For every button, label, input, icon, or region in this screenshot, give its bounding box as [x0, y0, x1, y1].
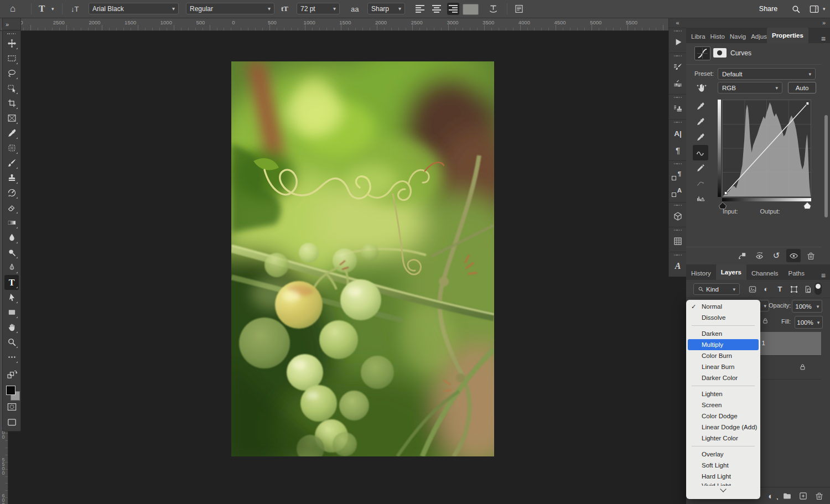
draw-curve-pencil-icon[interactable]	[693, 160, 708, 176]
clip-to-layer-icon[interactable]	[735, 249, 749, 262]
tab-properties[interactable]: Properties	[767, 28, 808, 43]
dock-grip[interactable]	[674, 230, 682, 231]
frame-tool[interactable]	[4, 111, 19, 126]
paragraph-styles-panel[interactable]: ¶	[669, 167, 687, 183]
tab-channels[interactable]: Channels	[746, 267, 784, 280]
align-left-button[interactable]	[413, 3, 427, 15]
tab-layers[interactable]: Layers	[716, 264, 746, 280]
dodge-tool[interactable]	[4, 245, 19, 260]
align-right-button[interactable]	[446, 3, 460, 15]
text-orientation-icon[interactable]: ↓T	[71, 0, 79, 18]
font-family-select[interactable]: Arial Black▾	[89, 3, 179, 14]
gray-point-eyedropper[interactable]	[693, 114, 708, 129]
tab-libra[interactable]: Libra	[686, 30, 706, 43]
hand-tool[interactable]	[4, 320, 19, 335]
targeted-adjustment-icon[interactable]	[696, 82, 707, 93]
actions-panel[interactable]	[669, 34, 687, 50]
layers-panel-menu-icon[interactable]: ≡	[821, 271, 830, 280]
paragraph-panel[interactable]: ¶	[669, 142, 687, 158]
opacity-caret[interactable]: ▾	[814, 300, 822, 313]
character-styles-panel[interactable]: A	[669, 183, 687, 200]
screen-mode-icon[interactable]	[4, 415, 19, 429]
visibility-eye-icon[interactable]	[786, 249, 801, 262]
canvas-document[interactable]	[231, 61, 494, 456]
tab-history[interactable]: History	[686, 267, 716, 280]
foreground-color-swatch[interactable]	[6, 386, 15, 395]
clone-stamp-tool[interactable]	[4, 170, 19, 185]
blend-mode-screen[interactable]: Screen	[686, 399, 760, 411]
curves-graph[interactable]	[718, 100, 811, 197]
blend-mode-linear-dodge-add-[interactable]: Linear Dodge (Add)	[686, 422, 760, 433]
tab-paths[interactable]: Paths	[783, 267, 809, 280]
black-point-eyedropper[interactable]	[693, 98, 708, 114]
channel-select[interactable]: RGB▾	[718, 82, 782, 93]
blend-mode-darker-color[interactable]: Darker Color	[686, 372, 760, 383]
blend-mode-soft-light[interactable]: Soft Light	[686, 460, 760, 471]
layer-mask-icon[interactable]	[713, 48, 727, 58]
healing-brush-tool[interactable]	[4, 141, 19, 155]
kind-filter-select[interactable]: Kind▾	[693, 283, 740, 295]
warp-text-icon[interactable]	[488, 0, 499, 18]
dock-grip[interactable]	[674, 205, 682, 206]
blend-mode-color-burn[interactable]: Color Burn	[686, 350, 760, 361]
ruler-horizontal[interactable]: 0025002000150010005000500100015002000250…	[0, 18, 668, 31]
marquee-tool[interactable]	[4, 51, 19, 66]
new-group-icon[interactable]	[780, 489, 794, 502]
panel-collapse-button[interactable]: »	[686, 18, 830, 28]
blend-mode-darken[interactable]: Darken	[686, 328, 760, 339]
dock-grip[interactable]	[674, 97, 682, 98]
gradient-tool[interactable]	[4, 215, 19, 230]
preset-select[interactable]: Default▾	[718, 68, 816, 80]
anti-alias-select[interactable]: Sharp▾	[367, 3, 405, 14]
view-previous-state-icon[interactable]	[752, 249, 766, 262]
blend-mode-normal[interactable]: ✓Normal	[686, 301, 760, 312]
tab-histo[interactable]: Histo	[706, 30, 725, 43]
dock-grip[interactable]	[674, 254, 682, 256]
dock-grip[interactable]	[674, 163, 682, 164]
filter-image-icon[interactable]	[746, 283, 759, 295]
smooth-curve-icon[interactable]	[693, 176, 708, 191]
workspace-icon[interactable]	[809, 0, 819, 18]
curve-grid[interactable]	[722, 100, 811, 197]
blur-tool[interactable]	[4, 230, 19, 245]
filter-shape-icon[interactable]	[787, 283, 800, 295]
type-tool-icon[interactable]: T	[39, 0, 45, 18]
blend-mode-lighter-color[interactable]: Lighter Color	[686, 433, 760, 444]
white-input-slider[interactable]	[803, 202, 811, 209]
brush-settings-panel[interactable]	[669, 59, 687, 75]
curve-point-black[interactable]	[724, 192, 727, 195]
3d-panel[interactable]	[669, 208, 687, 225]
toolbar-expand-button[interactable]: »	[2, 18, 21, 30]
workspace-caret[interactable]: ▾	[823, 0, 826, 18]
clone-source-panel[interactable]	[669, 100, 687, 117]
fill-caret[interactable]: ▾	[815, 316, 823, 329]
properties-scrollbar[interactable]	[824, 115, 828, 217]
new-adjustment-layer-icon[interactable]: ◐	[764, 489, 778, 502]
blend-mode-hard-light[interactable]: Hard Light	[686, 471, 760, 482]
edit-points-icon[interactable]	[693, 145, 708, 160]
character-panel[interactable]: A|	[669, 125, 687, 142]
delete-adjustment-icon[interactable]	[803, 249, 818, 262]
type-tool-caret[interactable]: ▾	[51, 0, 54, 18]
white-point-eyedropper[interactable]	[693, 129, 708, 145]
object-selection-tool[interactable]	[4, 81, 19, 96]
blend-mode-color-dodge[interactable]: Color Dodge	[686, 411, 760, 422]
delete-layer-icon[interactable]	[812, 489, 826, 502]
eyedropper-tool[interactable]	[4, 126, 19, 141]
type-tool[interactable]: T	[4, 275, 19, 290]
zoom-tool[interactable]	[4, 335, 19, 350]
font-size-select[interactable]: 72 pt▾	[297, 3, 340, 14]
pen-tool[interactable]	[4, 260, 19, 275]
font-style-select[interactable]: Regular▾	[186, 3, 274, 14]
filter-adjustment-icon[interactable]: ◐	[760, 283, 772, 295]
blend-mode-overlay[interactable]: Overlay	[686, 449, 760, 460]
blend-mode-multiply[interactable]: Multiply	[688, 339, 759, 350]
filter-smart-object-icon[interactable]	[801, 283, 814, 295]
toggle-panels-icon[interactable]	[514, 0, 524, 18]
move-tool[interactable]	[4, 36, 19, 51]
brush-tool[interactable]	[4, 155, 19, 170]
blend-mode-dissolve[interactable]: Dissolve	[686, 312, 760, 323]
blend-mode-vivid-light[interactable]: Vivid Light	[686, 482, 760, 486]
rectangle-tool[interactable]	[4, 305, 19, 320]
new-layer-icon[interactable]	[796, 489, 810, 502]
